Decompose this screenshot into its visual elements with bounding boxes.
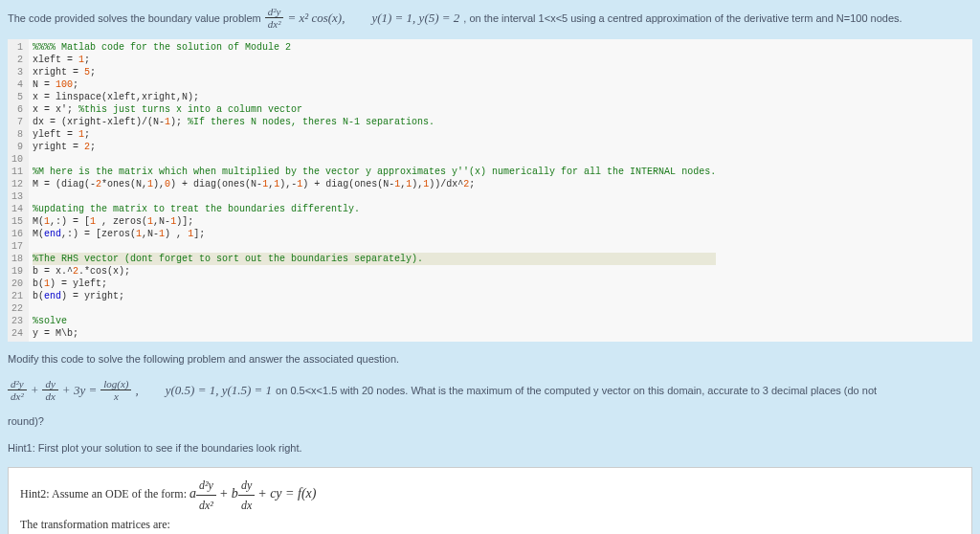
intro-text: The code provided solves the boundary va… [8, 12, 261, 24]
equation-lhs-frac: d²y dx² [265, 6, 284, 30]
code-line-numbers: 1 2 3 4 5 6 7 8 9 10 11 12 13 14 15 16 1… [8, 39, 29, 342]
boundary-conditions: y(1) = 1, y(5) = 2 [371, 11, 459, 26]
round-text: round)? [0, 408, 980, 434]
tail-text: , on the interval 1<x<5 using a centred … [463, 12, 902, 24]
hint2-line1: Hint2: Assume an ODE of the form: a d²y … [20, 476, 960, 515]
modify-equation-row: d²y dx² + dy dx + 3y = log(x) x , y(0.5)… [0, 372, 980, 408]
matlab-code-block: 1 2 3 4 5 6 7 8 9 10 11 12 13 14 15 16 1… [8, 39, 972, 342]
eq-d2y-frac: d²y dx² [8, 378, 27, 402]
problem-statement: The code provided solves the boundary va… [0, 0, 980, 35]
eq-rhs-frac: log(x) x [100, 378, 131, 402]
hint1-text: Hint1: First plot your solution to see i… [0, 434, 980, 461]
hint2-line2: The transformation matrices are: [20, 515, 960, 534]
code-content: %%%% Matlab code for the solution of Mod… [29, 39, 720, 342]
hint2-box: Hint2: Assume an ODE of the form: a d²y … [8, 467, 972, 534]
equation-rhs: = x² cos(x), [287, 11, 345, 26]
modify-tail: on 0.5<x<1.5 with 20 nodes. What is the … [276, 385, 877, 396]
modify-bc: y(0.5) = 1, y(1.5) = 1 [166, 383, 272, 398]
modify-instruction: Modify this code to solve the following … [0, 345, 980, 372]
eq-dy-frac: dy dx [42, 378, 57, 402]
